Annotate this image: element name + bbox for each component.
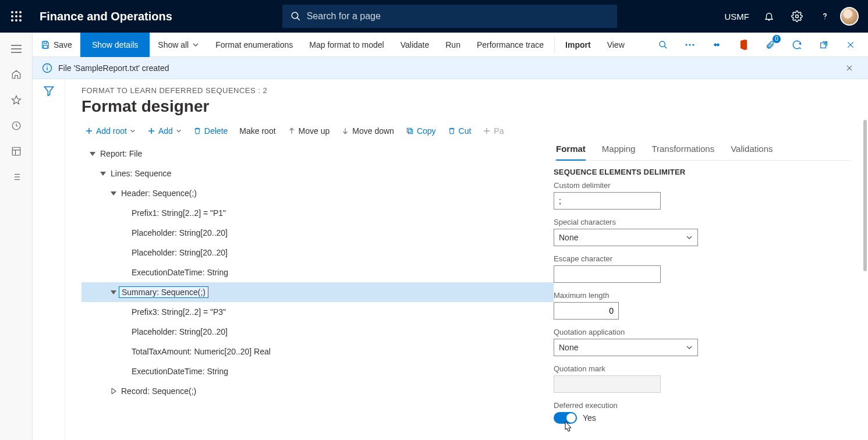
custom-delimiter-input[interactable] bbox=[554, 192, 661, 210]
performance-trace-button[interactable]: Performance trace bbox=[469, 33, 552, 57]
special-characters-select[interactable]: None bbox=[554, 229, 698, 246]
workspaces-icon[interactable] bbox=[2, 140, 30, 163]
show-all-button[interactable]: Show all bbox=[150, 33, 207, 57]
view-button[interactable]: View bbox=[599, 33, 633, 57]
tree-node-label: Record: Sequence(;) bbox=[119, 386, 199, 396]
tree-node[interactable]: Placeholder: String[20..20] bbox=[82, 322, 554, 342]
save-label: Save bbox=[54, 40, 72, 49]
tree-node[interactable]: ExecutionDateTime: String bbox=[82, 262, 554, 282]
tree-node[interactable]: Prefix1: String[2..2] = "P1" bbox=[82, 203, 554, 223]
svg-point-29 bbox=[660, 41, 665, 47]
map-format-button[interactable]: Map format to model bbox=[301, 33, 392, 57]
svg-marker-58 bbox=[111, 191, 116, 196]
office-icon[interactable] bbox=[731, 33, 756, 57]
tree-node[interactable]: Placeholder: String[20..20] bbox=[82, 223, 554, 243]
escape-character-input[interactable] bbox=[554, 265, 661, 283]
tree-node[interactable]: Report: File bbox=[82, 144, 554, 164]
user-avatar[interactable] bbox=[840, 7, 859, 26]
favorites-icon[interactable] bbox=[2, 88, 30, 112]
move-down-button[interactable]: Move down bbox=[336, 124, 399, 138]
svg-marker-59 bbox=[111, 290, 116, 294]
tree-chevron-icon[interactable] bbox=[108, 190, 119, 196]
deferred-execution-toggle[interactable] bbox=[554, 412, 577, 424]
tree-node[interactable]: Summary: Sequence(;) bbox=[82, 282, 554, 302]
app-launcher-icon[interactable] bbox=[0, 0, 33, 33]
quotation-application-select[interactable]: None bbox=[554, 339, 698, 356]
popout-icon[interactable] bbox=[811, 33, 837, 57]
message-bar: File 'SampleReport.txt' created bbox=[33, 57, 868, 79]
import-button[interactable]: Import bbox=[557, 33, 599, 57]
svg-point-4 bbox=[15, 15, 17, 17]
svg-point-8 bbox=[19, 19, 22, 22]
tree-chevron-icon[interactable] bbox=[98, 171, 108, 176]
more-options-icon[interactable] bbox=[677, 33, 703, 57]
svg-rect-18 bbox=[12, 147, 20, 155]
page-title: Format designer bbox=[65, 95, 868, 120]
notifications-icon[interactable] bbox=[756, 3, 782, 29]
tree-node-label: Header: Sequence(;) bbox=[119, 188, 199, 198]
tree-node-label: TotalTaxAmount: Numeric[20..20] Real bbox=[129, 346, 273, 357]
tab-mapping[interactable]: Mapping bbox=[602, 144, 636, 160]
tab-validations[interactable]: Validations bbox=[731, 144, 773, 160]
quotation-mark-input bbox=[554, 375, 661, 393]
dataverse-icon[interactable] bbox=[704, 33, 729, 57]
tab-transformations[interactable]: Transformations bbox=[651, 144, 714, 160]
find-icon[interactable] bbox=[650, 33, 676, 57]
tree-node[interactable]: TotalTaxAmount: Numeric[20..20] Real bbox=[82, 342, 554, 361]
svg-rect-27 bbox=[44, 41, 47, 43]
deferred-execution-label: Deferred execution bbox=[554, 401, 851, 410]
help-icon[interactable] bbox=[812, 3, 838, 29]
tree-node[interactable]: Placeholder: String[20..20] bbox=[82, 243, 554, 262]
chevron-down-icon bbox=[130, 128, 136, 134]
company-label[interactable]: USMF bbox=[720, 12, 754, 22]
delete-button[interactable]: Delete bbox=[189, 124, 232, 138]
tree-chevron-icon[interactable] bbox=[87, 151, 98, 157]
validate-button[interactable]: Validate bbox=[392, 33, 438, 57]
format-enumerations-button[interactable]: Format enumerations bbox=[207, 33, 301, 57]
close-page-icon[interactable] bbox=[838, 33, 863, 57]
maximum-length-input[interactable] bbox=[554, 302, 619, 320]
filter-icon[interactable] bbox=[43, 85, 55, 440]
global-search[interactable] bbox=[282, 5, 617, 28]
save-button[interactable]: Save bbox=[33, 33, 80, 57]
quotation-mark-label: Quotation mark bbox=[554, 364, 851, 373]
show-details-button[interactable]: Show details bbox=[80, 33, 150, 57]
search-input[interactable] bbox=[307, 11, 609, 22]
tree-node-label: Summary: Sequence(;) bbox=[119, 286, 208, 298]
tree-chevron-icon[interactable] bbox=[108, 289, 119, 295]
add-root-button[interactable]: Add root bbox=[80, 124, 140, 138]
svg-point-12 bbox=[824, 19, 826, 20]
scrollbar-thumb[interactable] bbox=[863, 120, 867, 271]
home-icon[interactable] bbox=[2, 63, 30, 86]
tree-node[interactable]: ExecutionDateTime: String bbox=[82, 361, 554, 381]
global-navbar: Finance and Operations USMF bbox=[0, 0, 868, 33]
refresh-icon[interactable] bbox=[784, 33, 810, 57]
modules-icon[interactable] bbox=[2, 165, 30, 189]
tree-node[interactable]: Record: Sequence(;) bbox=[82, 381, 554, 401]
nav-expand-icon[interactable] bbox=[2, 37, 30, 61]
message-close-icon[interactable] bbox=[840, 59, 859, 77]
svg-rect-53 bbox=[407, 128, 411, 132]
svg-marker-45 bbox=[44, 87, 53, 95]
recent-icon[interactable] bbox=[2, 114, 30, 137]
settings-icon[interactable] bbox=[784, 3, 810, 29]
tree-chevron-icon[interactable] bbox=[108, 388, 119, 394]
move-up-button[interactable]: Move up bbox=[283, 124, 335, 138]
run-button[interactable]: Run bbox=[437, 33, 469, 57]
add-button[interactable]: Add bbox=[143, 124, 186, 138]
cut-button[interactable]: Cut bbox=[443, 124, 476, 138]
tree-node[interactable]: Lines: Sequence bbox=[82, 164, 554, 183]
copy-button[interactable]: Copy bbox=[401, 124, 441, 138]
tree-node-label: Placeholder: String[20..20] bbox=[129, 228, 230, 238]
info-icon bbox=[42, 63, 52, 73]
tree-node-label: ExecutionDateTime: String bbox=[129, 267, 231, 278]
tree-toolbar: Add root Add Delete Make root Move up Mo… bbox=[65, 120, 868, 144]
make-root-button[interactable]: Make root bbox=[235, 124, 280, 138]
tree-node[interactable]: Prefix3: String[2..2] = "P3" bbox=[82, 302, 554, 322]
attachments-icon[interactable]: 0 bbox=[757, 33, 783, 57]
chevron-down-icon bbox=[686, 234, 693, 241]
tree-node-label: ExecutionDateTime: String bbox=[129, 366, 231, 377]
svg-point-42 bbox=[47, 65, 48, 66]
tab-format[interactable]: Format bbox=[556, 144, 586, 161]
tree-node[interactable]: Header: Sequence(;) bbox=[82, 183, 554, 203]
